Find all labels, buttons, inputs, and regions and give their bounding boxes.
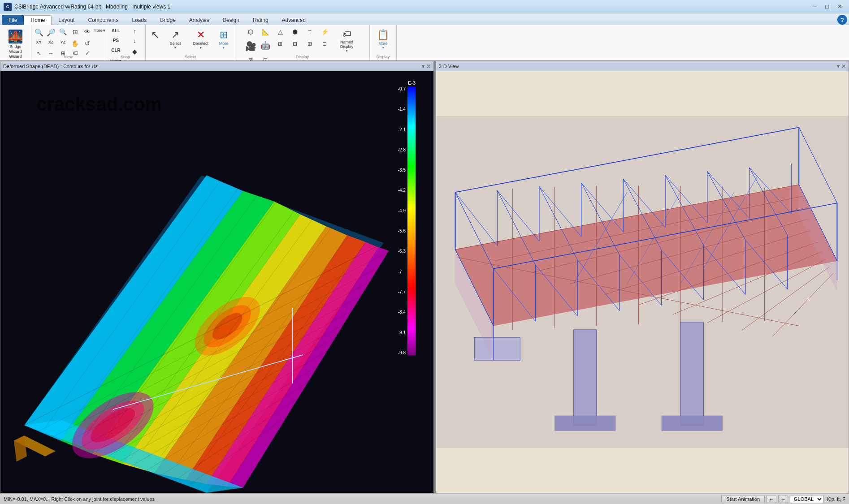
tab-design[interactable]: Design bbox=[216, 15, 246, 25]
view-yz-button[interactable]: YZ bbox=[56, 39, 70, 46]
snap-all-button[interactable]: ALL bbox=[107, 27, 125, 34]
display-btn2-4[interactable]: ⊟ bbox=[317, 39, 332, 48]
right-panel-title: 3-D View bbox=[439, 64, 459, 69]
display-btn2-1[interactable]: ⊞ bbox=[273, 39, 287, 48]
left-panel-controls: ▾ ✕ bbox=[422, 63, 431, 69]
named-display-label: NamedDisplay bbox=[340, 40, 354, 49]
tab-advanced[interactable]: Advanced bbox=[275, 15, 312, 25]
snap-ps-button[interactable]: PS bbox=[107, 37, 125, 44]
colorbar: E-3 -0.7 -1.4 -2.1 -2.8 -3.5 -4.2 -4.9 -… bbox=[396, 80, 416, 355]
tab-bridge[interactable]: Bridge bbox=[153, 15, 182, 25]
colorbar-wrapper: -0.7 -1.4 -2.1 -2.8 -3.5 -4.2 -4.9 -5.6 … bbox=[396, 86, 416, 355]
coordinate-system-select[interactable]: GLOBAL LOCAL bbox=[790, 495, 823, 503]
zoom-out-button[interactable]: 🔍 bbox=[56, 27, 70, 37]
bridge-wizard-icon: 🌉 bbox=[8, 29, 23, 44]
rotate-3d-button[interactable]: 👁 bbox=[81, 27, 94, 37]
display-robot-button[interactable]: 🤖 bbox=[258, 39, 273, 52]
ribbon-group-wizard: 🌉 BridgeWizardWizard Wizard bbox=[0, 25, 31, 60]
more-display-button[interactable]: 📋 More ▾ bbox=[372, 27, 394, 52]
window-controls: ─ □ ✕ bbox=[809, 2, 845, 11]
start-animation-button[interactable]: Start Animation bbox=[721, 495, 765, 503]
view-xy-button[interactable]: XY bbox=[32, 39, 46, 46]
ribbon-toolbar: 🌉 BridgeWizardWizard Wizard 🔍 🔎 🔍 ⊞ 👁 Mo… bbox=[0, 25, 849, 61]
close-button[interactable]: ✕ bbox=[834, 2, 845, 11]
deselect-dropdown: ▾ bbox=[200, 46, 202, 50]
spin-button[interactable]: ↺ bbox=[81, 39, 94, 48]
deformed-shape-svg bbox=[0, 71, 433, 493]
select-group-content: ↖ ↗ Select ▾ ✕ Deselect ▾ ⊞ More ▾ bbox=[148, 26, 233, 59]
nav-left-button[interactable]: ← bbox=[767, 495, 776, 503]
tab-rating[interactable]: Rating bbox=[246, 15, 275, 25]
display-joints-button[interactable]: ⬡ bbox=[243, 27, 258, 37]
svg-rect-112 bbox=[554, 416, 615, 431]
more-view-button[interactable]: More▾ bbox=[93, 27, 106, 34]
more-display-label: More bbox=[378, 41, 388, 46]
display-tendons-button[interactable]: ⚡ bbox=[317, 27, 332, 37]
select-button[interactable]: ↗ Select ▾ bbox=[164, 27, 186, 52]
colorbar-tick-4: -2.8 bbox=[398, 147, 406, 152]
left-panel-header: Deformed Shape (DEAD) - Contours for Uz … bbox=[0, 61, 433, 71]
select-dropdown: ▾ bbox=[174, 46, 176, 50]
zoom-region-button[interactable]: 🔍 bbox=[32, 27, 46, 38]
wizard-group-label: Wizard bbox=[0, 55, 31, 59]
named-display-button[interactable]: 🏷 NamedDisplay ▾ bbox=[332, 27, 361, 55]
display-btn2-3[interactable]: ⊞ bbox=[303, 39, 317, 48]
deselect-button[interactable]: ✕ Deselect ▾ bbox=[188, 27, 213, 52]
tab-loads[interactable]: Loads bbox=[125, 15, 153, 25]
display-links-button[interactable]: ≡ bbox=[303, 27, 317, 37]
colorbar-tick-14: -9.8 bbox=[398, 350, 406, 355]
tab-components[interactable]: Components bbox=[81, 15, 125, 25]
view-xz-button[interactable]: XZ bbox=[44, 39, 58, 46]
display-camera-button[interactable]: 🎥 bbox=[243, 39, 258, 53]
nav-right-button[interactable]: → bbox=[778, 495, 788, 503]
named-display-icon: 🏷 bbox=[342, 29, 351, 39]
ribbon-group-display: ⬡ 📐 △ ⬢ ≡ ⚡ 🎥 🤖 ⊞ ⊟ ⊞ ⊟ ⊠ ⊡ 🏷 NamedDispl… bbox=[235, 25, 370, 60]
tab-home[interactable]: Home bbox=[24, 15, 52, 25]
select-icon: ↗ bbox=[171, 29, 179, 41]
view-group-label: View bbox=[31, 55, 105, 59]
help-button[interactable]: ? bbox=[837, 15, 847, 25]
app-logo: C bbox=[4, 3, 12, 11]
more-select-dropdown: ▾ bbox=[223, 46, 225, 50]
colorbar-tick-8: -5.6 bbox=[398, 228, 406, 233]
bridge-3d-canvas[interactable] bbox=[436, 71, 849, 493]
display-group-label: Display bbox=[235, 55, 369, 59]
more-display-dropdown: ▾ bbox=[382, 46, 384, 50]
more-display-group-label: Display bbox=[370, 55, 396, 59]
title-left: C CSiBridge Advanced w/Rating 64-bit - M… bbox=[4, 3, 170, 11]
deformed-shape-canvas[interactable]: cracksad.com bbox=[0, 71, 433, 493]
left-panel-arrow-button[interactable]: ▾ bbox=[422, 63, 424, 69]
select-pointer-button[interactable]: ↖ bbox=[148, 27, 162, 43]
colorbar-tick-2: -1.4 bbox=[398, 107, 406, 112]
colorbar-ticks: -0.7 -1.4 -2.1 -2.8 -3.5 -4.2 -4.9 -5.6 … bbox=[396, 86, 407, 355]
colorbar-tick-9: -6.3 bbox=[398, 249, 406, 254]
colorbar-gradient bbox=[407, 86, 416, 355]
more-select-button[interactable]: ⊞ More ▾ bbox=[215, 27, 233, 52]
unit-label: Kip, ft, F bbox=[827, 496, 845, 502]
colorbar-tick-3: -2.1 bbox=[398, 127, 406, 132]
tab-analysis[interactable]: Analysis bbox=[182, 15, 216, 25]
tab-layout[interactable]: Layout bbox=[52, 15, 81, 25]
left-view-panel: Deformed Shape (DEAD) - Contours for Uz … bbox=[0, 61, 434, 493]
zoom-full-button[interactable]: ⊞ bbox=[69, 27, 82, 37]
display-btn2-2[interactable]: ⊟ bbox=[288, 39, 302, 48]
tab-file[interactable]: File bbox=[2, 15, 24, 25]
more-display-icon: 📋 bbox=[377, 29, 389, 41]
right-panel-arrow-button[interactable]: ▾ bbox=[837, 63, 840, 69]
maximize-button[interactable]: □ bbox=[821, 2, 833, 11]
snap-clr-button[interactable]: CLR bbox=[107, 47, 125, 54]
colorbar-unit: E-3 bbox=[408, 80, 416, 86]
snap-arrow-down[interactable]: ↓ bbox=[126, 37, 144, 46]
display-frames-button[interactable]: 📐 bbox=[258, 27, 273, 37]
deselect-label: Deselect bbox=[193, 41, 208, 46]
colorbar-tick-7: -4.9 bbox=[398, 208, 406, 213]
minimize-button[interactable]: ─ bbox=[809, 2, 820, 11]
display-shells-button[interactable]: △ bbox=[273, 27, 287, 37]
zoom-in-button[interactable]: 🔎 bbox=[44, 27, 58, 38]
more-select-icon: ⊞ bbox=[220, 29, 228, 41]
display-solids-button[interactable]: ⬢ bbox=[288, 27, 302, 37]
right-panel-close-button[interactable]: ✕ bbox=[841, 63, 846, 69]
left-panel-close-button[interactable]: ✕ bbox=[426, 63, 431, 69]
snap-arrow-up[interactable]: ↑ bbox=[126, 27, 144, 36]
pan-button[interactable]: ✋ bbox=[69, 39, 82, 48]
